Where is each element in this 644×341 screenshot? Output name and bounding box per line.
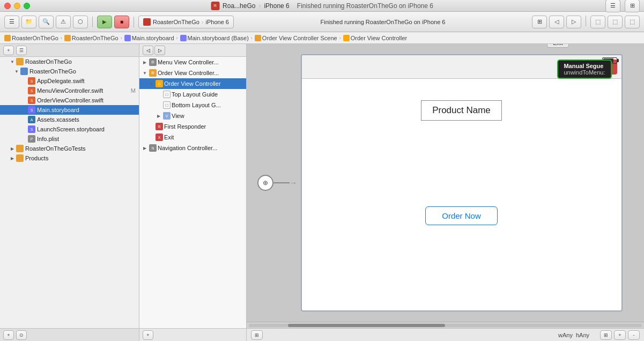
scene-item-exit[interactable]: X Exit [139, 132, 246, 143]
scene-item-menuvc[interactable]: ▶ ⊞ Menu View Controller... [139, 57, 246, 68]
tooltip-subtitle: unwindToMenu: [564, 69, 605, 76]
order-now-button[interactable]: Order Now [425, 206, 498, 225]
xcassets-icon: A [28, 116, 35, 123]
layout-options: ⊞ [251, 330, 263, 340]
tree-label: RoasterOnTheGo [24, 58, 72, 65]
bc-ordercontroller[interactable]: Order View Controller [343, 35, 408, 41]
view-toggle-btn[interactable]: ☰ [605, 0, 620, 12]
menu-scene-label: Menu View Controller... [158, 59, 219, 65]
scene-panel: ◁ ▷ ▶ ⊞ Menu View Controller... ▼ ⊞ Orde… [139, 44, 247, 341]
scheme-device: iPhone 6 [206, 19, 229, 25]
exit-button[interactable]: Exit [547, 44, 568, 48]
folder-icon [16, 58, 24, 65]
scene-bottom: + [139, 328, 246, 341]
stop-button[interactable]: ■ [114, 16, 129, 28]
tree-item-roasterontthego2[interactable]: ▼ RoasterOnTheGo [0, 66, 139, 76]
maximize-button[interactable] [24, 3, 30, 9]
assets-label: Assets.xcassets [35, 116, 79, 123]
file-btn[interactable]: 📁 [21, 16, 36, 28]
view-icon: V [163, 112, 171, 120]
tree-item-tests[interactable]: ▶ RoasterOnTheGoTests [0, 144, 139, 153]
plist-label: Info.plist [35, 136, 59, 142]
bc-mainstoryboard[interactable]: Main.storyboard [124, 35, 174, 41]
scene-add-btn[interactable]: + [143, 330, 153, 340]
tree-item-ordervc[interactable]: S OrderViewController.swift [0, 95, 139, 105]
exit-icon: X [156, 134, 163, 141]
back-btn[interactable]: ◁ [549, 16, 564, 28]
file-tree: ▼ RoasterOnTheGo ▼ RoasterOnTheGo S AppD… [0, 57, 139, 328]
app-name: Roa...heGo [223, 2, 255, 10]
order-scene-icon: ⊞ [149, 69, 157, 77]
close-button[interactable] [4, 3, 11, 9]
sidebar-filter-btn[interactable]: ☰ [16, 46, 27, 55]
nav-icon: N [149, 144, 157, 152]
bc-mainstoryboard-base[interactable]: Main.storyboard (Base) [180, 35, 249, 41]
scene-item-firstresponder[interactable]: R First Responder [139, 121, 246, 132]
scene-forward-btn[interactable]: ▷ [154, 46, 165, 55]
bc-sep1: › [61, 35, 62, 41]
add-file-btn[interactable]: + [3, 330, 14, 340]
scene-item-toplayout[interactable]: □ Top Layout Guide [139, 89, 246, 100]
bc-sep4: › [251, 35, 253, 41]
folder-icon2 [20, 68, 28, 75]
canvas-scrollbar[interactable] [247, 322, 644, 328]
tree-item-assets[interactable]: A Assets.xcassets [0, 115, 139, 124]
titlebar: R Roa...heGo › iPhone 6 Finished running… [0, 0, 644, 12]
t3 [20, 97, 28, 104]
ctrl-scene-icon: C [156, 80, 163, 87]
history-btn[interactable]: ⊙ [16, 330, 27, 340]
launch-label: LaunchScreen.storyboard [35, 126, 105, 132]
swift-icon3: S [28, 97, 35, 104]
scene-item-navvc[interactable]: ▶ N Navigation Controller... [139, 143, 246, 153]
tree-item-roasterontthego[interactable]: ▼ RoasterOnTheGo [0, 57, 139, 66]
app-icon: R [211, 2, 219, 10]
folder-icon2 [64, 35, 71, 41]
scene-item-bottomlayout[interactable]: □ Bottom Layout G... [139, 100, 246, 110]
tree-item-infoplist[interactable]: P Info.plist [0, 134, 139, 144]
segue-line [273, 182, 290, 183]
sidebar-bottom: + ⊙ [0, 328, 139, 341]
tree-item-appdelegate[interactable]: S AppDelegate.swift [0, 76, 139, 86]
bc-orderscene[interactable]: Order View Controller Scene [255, 35, 337, 41]
bc-roasterthego2[interactable]: RoasterOnTheGo [64, 35, 119, 41]
zoom-fit-btn[interactable]: ⊞ [600, 330, 612, 340]
breakpoint-btn[interactable]: ⬡ [73, 16, 88, 28]
inspector-btn[interactable]: ⊞ [625, 0, 640, 12]
view-label: View [172, 113, 184, 119]
scheme-selector[interactable]: RoasterOnTheGo › iPhone 6 [138, 16, 234, 28]
warning-btn[interactable]: ⚠ [56, 16, 71, 28]
sidebar-add-btn[interactable]: + [3, 46, 14, 55]
toolbar-right: ⊞ ◁ ▷ ⬚ ⬚ ⬚ [532, 16, 640, 28]
toggle-nav: ▶ [142, 145, 148, 151]
zoom-in-btn[interactable]: + [614, 330, 626, 340]
minimize-button[interactable] [14, 3, 20, 9]
zoom-out-btn[interactable]: - [628, 330, 640, 340]
scroll-thumb[interactable] [288, 324, 445, 327]
run-button[interactable]: ▶ [97, 16, 112, 28]
tree-item-products[interactable]: ▶ Products [0, 153, 139, 163]
sidebar-toggle-btn[interactable]: ☰ [4, 16, 19, 28]
tree-item-menuvc[interactable]: S MenuViewController.swift M [0, 86, 139, 95]
grid-btn[interactable]: ⊞ [532, 16, 547, 28]
layout-icon-btn[interactable]: ⊞ [251, 330, 263, 340]
bc-roasterontthego1[interactable]: RoasterOnTheGo [4, 35, 58, 41]
t [20, 77, 28, 85]
toggle-resp [148, 123, 154, 130]
forward-btn[interactable]: ▷ [566, 16, 581, 28]
toggle-toplayout [156, 91, 162, 98]
tooltip-title: Manual Segue [564, 63, 605, 69]
tree-item-mainstoryboard[interactable]: S Main.storyboard [0, 105, 139, 115]
toolbar: ☰ 📁 🔍 ⚠ ⬡ ▶ ■ RoasterOnTheGo › iPhone 6 … [0, 12, 644, 32]
utilities-btn[interactable]: ⬚ [625, 16, 640, 28]
scene-item-view[interactable]: ▶ V View [139, 110, 246, 121]
debug-btn[interactable]: ⬚ [608, 16, 623, 28]
tree-item-launchscreen[interactable]: S LaunchScreen.storyboard [0, 124, 139, 134]
scene-item-ordervc[interactable]: ▼ C Order View Controller [139, 78, 246, 89]
search-btn[interactable]: 🔍 [39, 16, 54, 28]
separator1 [92, 17, 93, 27]
scene-back-btn[interactable]: ◁ [143, 46, 153, 55]
navigator-btn[interactable]: ⬚ [590, 16, 605, 28]
exit-label: Exit [164, 134, 174, 140]
canvas-content[interactable]: ⊕ → Exit Manual Segue unwindToMenu: [247, 44, 644, 322]
scene-item-ordervc-group[interactable]: ▼ ⊞ Order View Controller... [139, 68, 246, 78]
